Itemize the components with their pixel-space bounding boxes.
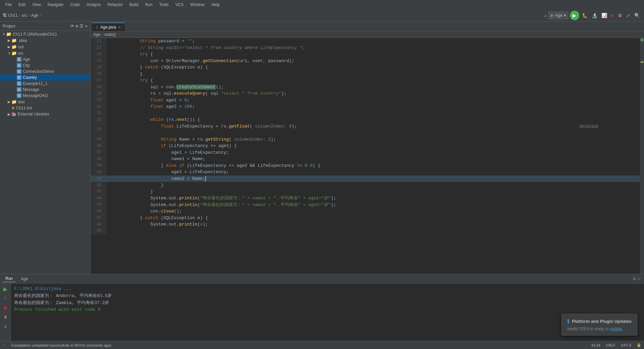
breadcrumb-age[interactable]: Age xyxy=(31,13,38,18)
breadcrumb-src[interactable]: src xyxy=(22,13,27,18)
class-icon-example11: C xyxy=(17,81,21,86)
table-row: 21 String password = ""; xyxy=(91,38,640,45)
layout-icon[interactable]: ☰ xyxy=(79,23,84,29)
tab-close-age[interactable]: ✕ xyxy=(118,26,121,29)
run-config-label: Age xyxy=(555,13,562,18)
tree-item-city[interactable]: C City xyxy=(0,62,90,68)
run-panel: Run Age ⚙ ⤢ ▶ ↑ ■ ⏸ ⤓ F:\JDK1.8\bin\java… xyxy=(0,274,644,341)
tree-item-message[interactable]: C Message xyxy=(0,87,90,93)
table-row: 49 xyxy=(91,228,640,235)
editor-breadcrumb-main[interactable]: main() xyxy=(104,32,116,37)
sidebar-header: Project ⟳ ⚙ ☰ ✕ xyxy=(0,21,90,31)
table-row: 37 age1 = LifeExpectancy; xyxy=(91,149,640,156)
run-content: F:\JDK1.8\bin\java ... 寿命最长的国家为： Andorra… xyxy=(11,284,644,341)
tree-item-age[interactable]: C Age xyxy=(0,56,90,62)
folder-icon-idea: 📁 xyxy=(11,38,17,43)
right-gutter xyxy=(640,38,644,274)
tree-item-out[interactable]: ▶ 📁 out xyxy=(0,44,90,50)
table-row: 47 } catch (SQLException e) { xyxy=(91,215,640,221)
tree-item-idea[interactable]: ▶ 📁 .idea xyxy=(0,37,90,44)
class-icon-country: C xyxy=(17,75,21,80)
table-row: 26 } xyxy=(91,71,640,78)
notification-update-link[interactable]: update xyxy=(610,327,622,331)
stop-button[interactable]: ■ xyxy=(610,12,615,19)
tab-icon-age: C xyxy=(96,26,98,29)
run-panel-body: ▶ ↑ ■ ⏸ ⤓ F:\JDK1.8\bin\java ... 寿命最长的国家… xyxy=(0,284,644,341)
close-sidebar-icon[interactable]: ✕ xyxy=(85,23,88,29)
table-row: 48 System.out.println(e); xyxy=(91,221,640,228)
tree-item-connectiondemo[interactable]: C ConnectionDemo xyxy=(0,68,90,74)
scroll-to-end-button[interactable]: ⤓ xyxy=(1,322,9,331)
run-config-selector[interactable]: ▶ Age ▾ xyxy=(548,11,568,19)
menu-navigate[interactable]: Navigate xyxy=(45,1,66,8)
tree-item-src[interactable]: ▾ 📁 src xyxy=(0,50,90,56)
pause-button[interactable]: ⏸ xyxy=(1,313,9,321)
status-encoding[interactable]: UTF-8 xyxy=(621,343,631,347)
tree-item-ch11[interactable]: ▾ 📁 Ch11 F:\JAVAcode\Ch11 xyxy=(0,31,90,37)
build-icon[interactable]: ⇣ xyxy=(544,12,547,18)
sidebar-title: Project xyxy=(3,24,15,29)
editor-breadcrumb-age[interactable]: Age xyxy=(93,32,100,37)
menu-edit[interactable]: Edit xyxy=(16,1,28,8)
toolbar-right: ⇣ ▶ Age ▾ ▶ 🐛 🔬 📊 ■ ⚙ ⤢ 🔍 xyxy=(544,11,641,20)
status-line-separator[interactable]: CRLF xyxy=(606,343,615,347)
table-row: 32 xyxy=(91,110,640,117)
tree-label-ch11iml: Ch11.iml xyxy=(16,106,32,110)
menu-code[interactable]: Code xyxy=(67,1,83,8)
menu-analyze[interactable]: Analyze xyxy=(84,1,104,8)
settings-gear-icon[interactable]: ⚙ xyxy=(633,276,636,282)
status-check-icon: ✓ xyxy=(3,343,6,347)
run-tab-run[interactable]: Run xyxy=(3,276,15,282)
rerun-button[interactable]: ↑ xyxy=(1,294,9,302)
table-row: 41 name2 = Name; xyxy=(91,176,640,182)
table-row: 45 System.out.println("寿命最短的国家为：" + name… xyxy=(91,202,640,208)
sidebar: Project ⟳ ⚙ ☰ ✕ ▾ 📁 Ch11 F:\JAVAcode\Ch1… xyxy=(0,21,91,274)
coverage-button[interactable]: 🔬 xyxy=(590,12,599,19)
tree-label-country: Country xyxy=(23,75,37,80)
menu-refactor[interactable]: Refactor xyxy=(105,1,125,8)
stop-run-button[interactable]: ■ xyxy=(1,304,9,312)
menu-vcs[interactable]: VCS xyxy=(173,1,186,8)
table-row: 27 try { xyxy=(91,77,640,84)
search-button[interactable]: 🔍 xyxy=(633,12,641,19)
expand-arrow-out: ▶ xyxy=(7,45,11,49)
main-area: Project ⟳ ⚙ ☰ ✕ ▾ 📁 Ch11 F:\JAVAcode\Ch1… xyxy=(0,21,644,274)
build-button[interactable]: ⚙ xyxy=(616,12,624,19)
class-icon-connectiondemo: C xyxy=(17,69,21,74)
run-config-icon: ▶ xyxy=(551,13,554,18)
info-icon: ℹ xyxy=(567,318,569,325)
status-position[interactable]: 41:34 xyxy=(591,343,601,347)
breadcrumb-ch11[interactable]: Ch11 xyxy=(8,13,18,18)
tab-age-java[interactable]: C Age.java ✕ xyxy=(92,22,125,31)
run-tab-age[interactable]: Age xyxy=(18,276,31,282)
settings-icon[interactable]: ⚙ xyxy=(75,23,78,29)
tree-item-example11[interactable]: C Example11_1 xyxy=(0,81,90,87)
menu-build[interactable]: Build xyxy=(127,1,141,8)
profile-button[interactable]: 📊 xyxy=(600,12,608,19)
status-message: Compilation completed successfully in 94… xyxy=(11,343,111,347)
menu-tools[interactable]: Tools xyxy=(157,1,171,8)
sync-icon[interactable]: ⟳ xyxy=(70,23,74,29)
menu-window[interactable]: Window xyxy=(187,1,207,8)
run-button[interactable]: ▶ xyxy=(570,11,579,20)
tree-item-ch11iml[interactable]: ⚙ Ch11.iml xyxy=(0,105,90,111)
expand-arrow-idea: ▶ xyxy=(7,39,11,42)
expand-arrow-test: ▶ xyxy=(7,100,11,104)
expand-panel-icon[interactable]: ⤢ xyxy=(637,276,641,282)
debug-button[interactable]: 🐛 xyxy=(581,12,589,19)
expand-button[interactable]: ⤢ xyxy=(625,12,632,19)
tree-item-messagedao[interactable]: C MessageDAO xyxy=(0,93,90,99)
menu-run[interactable]: Run xyxy=(143,1,155,8)
tree-item-external-libs[interactable]: ▶ 📚 External Libraries xyxy=(0,111,90,117)
editor-tabs: C Age.java ✕ xyxy=(91,21,644,32)
menu-file[interactable]: File xyxy=(3,1,14,8)
editor-content[interactable]: 21 String password = ""; 22 // String sq… xyxy=(91,38,644,274)
tree-item-country[interactable]: C Country xyxy=(0,74,90,81)
menu-view[interactable]: View xyxy=(30,1,44,8)
menu-help[interactable]: Help xyxy=(209,1,222,8)
code-editor[interactable]: 21 String password = ""; 22 // String sq… xyxy=(91,38,640,274)
run-again-button[interactable]: ▶ xyxy=(1,285,9,293)
tree-item-test[interactable]: ▶ 📁 test xyxy=(0,99,90,105)
status-bar: ✓ Compilation completed successfully in … xyxy=(0,341,644,349)
run-command: F:\JDK1.8\bin\java ... xyxy=(14,286,641,293)
